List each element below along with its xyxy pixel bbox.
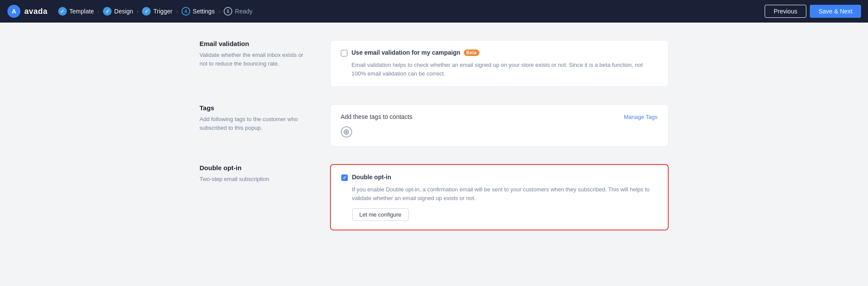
email-validation-checkbox[interactable] <box>341 50 347 56</box>
double-optin-checkbox[interactable] <box>341 174 348 181</box>
email-validation-left: Email validation Validate whether the em… <box>200 40 313 87</box>
breadcrumb-item-template[interactable]: ✓ Template <box>58 7 94 16</box>
double-optin-title: Double opt-in <box>200 164 313 171</box>
email-validation-section: Email validation Validate whether the em… <box>200 40 669 87</box>
breadcrumb-item-settings[interactable]: 4 Settings <box>182 7 215 16</box>
double-optin-card: Double opt-in If you enable Double opt-i… <box>330 164 669 230</box>
topbar-right: Previous Save & Next <box>765 5 861 18</box>
template-label: Template <box>69 8 94 15</box>
logo-area: A avada <box>7 4 48 18</box>
svg-text:A: A <box>12 8 16 15</box>
double-optin-section: Double opt-in Two-step email subscriptio… <box>200 164 669 230</box>
ready-step-num: 5 <box>224 7 232 16</box>
previous-button[interactable]: Previous <box>765 5 806 18</box>
main-content: Email validation Validate whether the em… <box>174 23 695 265</box>
tags-section: Tags Add following tags to the customer … <box>200 104 669 147</box>
breadcrumb-item-design[interactable]: ✓ Design <box>103 7 133 16</box>
configure-button[interactable]: Let me configure <box>352 208 409 221</box>
email-validation-checkbox-row: Use email validation for my campaign Bet… <box>341 49 658 56</box>
tags-left: Tags Add following tags to the customer … <box>200 104 313 147</box>
double-optin-desc: Two-step email subscription <box>200 175 313 184</box>
double-optin-checkbox-label: Double opt-in <box>352 174 391 181</box>
sep-2: › <box>137 8 139 15</box>
email-validation-desc: Validate whether the email inbox exists … <box>200 51 313 68</box>
beta-badge: Beta <box>464 49 479 56</box>
tags-card: Add these tags to contacts Manage Tags ⊕ <box>330 104 669 147</box>
double-optin-checkbox-row: Double opt-in <box>341 174 657 181</box>
email-validation-checkbox-desc: Email validation helps to check whether … <box>352 61 658 78</box>
email-validation-title: Email validation <box>200 40 313 47</box>
tags-desc: Add following tags to the customer who s… <box>200 115 313 132</box>
trigger-step-icon: ✓ <box>142 7 151 16</box>
topbar-left: A avada ✓ Template › ✓ Design › ✓ Trigge… <box>7 4 253 18</box>
sep-3: › <box>176 8 178 15</box>
email-validation-checkbox-label: Use email validation for my campaign Bet… <box>352 49 479 56</box>
ready-label: Ready <box>235 8 252 15</box>
double-optin-left: Double opt-in Two-step email subscriptio… <box>200 164 313 230</box>
email-validation-card: Use email validation for my campaign Bet… <box>330 40 669 87</box>
tags-title: Tags <box>200 104 313 112</box>
double-optin-body-desc: If you enable Double opt-in, a confirmat… <box>352 185 657 202</box>
save-next-button[interactable]: Save & Next <box>810 5 861 18</box>
breadcrumb-item-trigger[interactable]: ✓ Trigger <box>142 7 172 16</box>
sep-4: › <box>218 8 220 15</box>
breadcrumb-item-ready[interactable]: 5 Ready <box>224 7 252 16</box>
manage-tags-link[interactable]: Manage Tags <box>624 114 658 120</box>
tags-header-label: Add these tags to contacts <box>341 113 413 120</box>
design-label: Design <box>114 8 133 15</box>
tags-header: Add these tags to contacts Manage Tags <box>341 113 658 120</box>
sep-1: › <box>97 8 99 15</box>
breadcrumb: ✓ Template › ✓ Design › ✓ Trigger › 4 Se… <box>58 7 253 16</box>
logo-text: avada <box>24 7 48 16</box>
settings-step-num: 4 <box>182 7 190 16</box>
add-tag-button[interactable]: ⊕ <box>341 126 352 138</box>
trigger-label: Trigger <box>153 8 172 15</box>
topbar: A avada ✓ Template › ✓ Design › ✓ Trigge… <box>0 0 868 23</box>
avada-logo-icon: A <box>7 4 21 18</box>
design-step-icon: ✓ <box>103 7 112 16</box>
template-step-icon: ✓ <box>58 7 67 16</box>
settings-label: Settings <box>193 8 215 15</box>
